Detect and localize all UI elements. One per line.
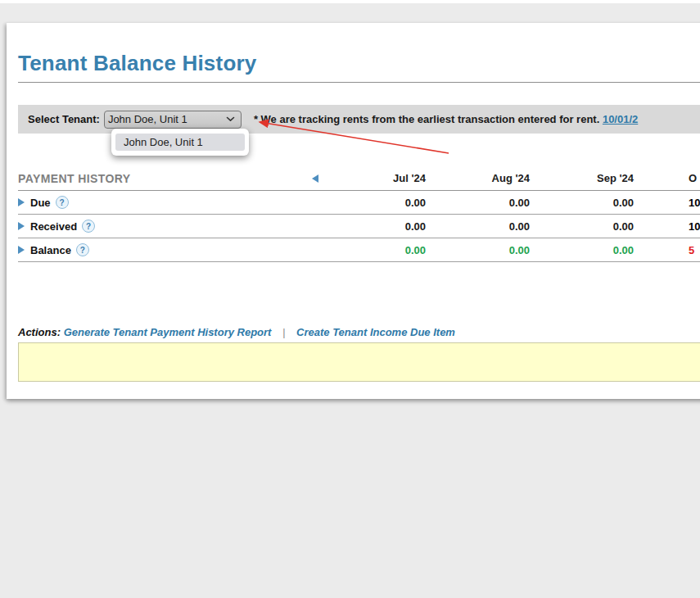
help-icon[interactable]: ? <box>56 196 69 209</box>
title-divider <box>18 82 700 83</box>
link-separator: | <box>282 326 285 338</box>
balance-value: 0.00 <box>322 238 426 262</box>
due-value-clipped: 10 <box>634 191 700 215</box>
payment-history-section: PAYMENT HISTORY Jul '24 Aug '24 Sep '24 … <box>18 166 700 262</box>
notice-box <box>18 342 700 382</box>
table-row-received: Received ? 0.00 0.00 0.00 10 <box>18 215 700 238</box>
balance-value: 0.00 <box>426 238 530 262</box>
row-label: Balance <box>30 244 71 256</box>
due-value: 0.00 <box>426 191 530 215</box>
tracking-note-text: * We are tracking rents from the earlies… <box>254 113 599 125</box>
due-value: 0.00 <box>530 191 634 215</box>
create-income-due-item-link[interactable]: Create Tenant Income Due Item <box>296 326 455 338</box>
column-header: Sep '24 <box>530 166 634 191</box>
column-header-clipped: O <box>634 166 700 191</box>
select-tenant-label: Select Tenant: <box>28 113 100 125</box>
payment-history-header-row: PAYMENT HISTORY Jul '24 Aug '24 Sep '24 … <box>18 166 700 191</box>
actions-row: Actions: Generate Tenant Payment History… <box>18 326 455 338</box>
tenant-select-value: John Doe, Unit 1 <box>108 113 187 125</box>
help-icon[interactable]: ? <box>82 220 95 233</box>
balance-value: 0.00 <box>530 238 634 262</box>
page-title: Tenant Balance History <box>18 51 256 76</box>
row-label: Received <box>30 220 77 233</box>
top-strip <box>0 0 700 3</box>
row-label: Due <box>30 197 51 209</box>
payment-history-title: PAYMENT HISTORY <box>18 172 130 185</box>
earliest-transaction-date-link[interactable]: 10/01/2 <box>603 113 638 125</box>
table-row-balance: Balance ? 0.00 0.00 0.00 5 <box>18 238 700 262</box>
received-value: 0.00 <box>322 215 426 238</box>
tenant-option[interactable]: John Doe, Unit 1 <box>115 134 245 151</box>
tracking-note: * We are tracking rents from the earlies… <box>254 113 638 125</box>
tenant-select-dropdown: John Doe, Unit 1 <box>111 129 249 156</box>
scroll-earlier-months-icon[interactable] <box>312 174 318 183</box>
column-header: Aug '24 <box>426 166 530 191</box>
received-value-clipped: 10 <box>634 215 700 238</box>
tenant-select[interactable]: John Doe, Unit 1 <box>104 111 242 129</box>
payment-history-table: PAYMENT HISTORY Jul '24 Aug '24 Sep '24 … <box>18 166 700 262</box>
received-value: 0.00 <box>530 215 634 238</box>
chevron-down-icon <box>226 116 235 122</box>
table-row-due: Due ? 0.00 0.00 0.00 10 <box>18 191 700 215</box>
generate-report-link[interactable]: Generate Tenant Payment History Report <box>64 326 272 338</box>
expand-row-icon[interactable] <box>18 222 25 230</box>
expand-row-icon[interactable] <box>18 246 25 254</box>
column-header: Jul '24 <box>322 166 426 191</box>
content-panel: Tenant Balance History Select Tenant: Jo… <box>7 23 700 399</box>
expand-row-icon[interactable] <box>18 198 25 206</box>
actions-label: Actions: <box>18 326 61 338</box>
help-icon[interactable]: ? <box>76 243 89 256</box>
balance-value-clipped: 5 <box>634 238 700 262</box>
received-value: 0.00 <box>426 215 530 238</box>
due-value: 0.00 <box>322 191 426 215</box>
